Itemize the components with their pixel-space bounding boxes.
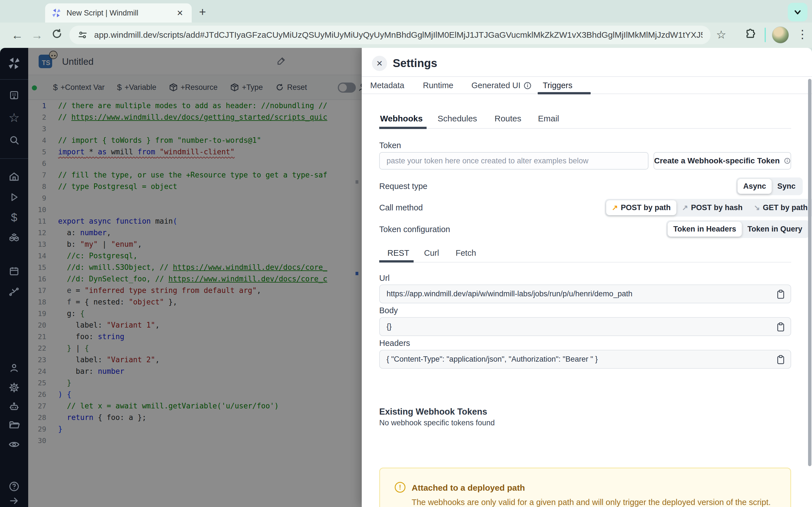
snippet-tab-divider [379, 262, 791, 263]
browser-tab[interactable]: New Script | Windmill ✕ [45, 3, 192, 22]
page-content: ☆ $ [0, 48, 812, 507]
collapse-sidebar-icon[interactable] [9, 496, 19, 506]
reload-button[interactable] [51, 27, 63, 40]
token-input[interactable]: paste your token here once created to al… [379, 152, 649, 170]
copy-clipboard-icon[interactable] [776, 354, 785, 365]
tab-fetch[interactable]: Fetch [456, 248, 476, 258]
warning-title: Attached to a deployed path [412, 483, 525, 493]
schedules-icon[interactable] [9, 266, 19, 277]
tab-title: New Script | Windmill [66, 9, 174, 17]
runs-icon[interactable] [9, 192, 19, 202]
windmill-favicon [51, 8, 61, 18]
active-subtab-underline [379, 127, 426, 129]
toolbar-separator [765, 27, 766, 42]
call-method-label: Call method [379, 203, 423, 212]
webhook-url-field[interactable]: https://app.windmill.dev/api/w/windmill-… [379, 284, 791, 303]
settings-drawer: ✕ Settings Metadata Runtime Generated UI… [362, 48, 812, 507]
tab-close-icon[interactable]: ✕ [174, 8, 186, 18]
url-text[interactable]: app.windmill.dev/scripts/add#JTdCJTIyaGF… [94, 30, 703, 40]
tab-search-button[interactable] [788, 3, 808, 21]
sidebar-divider [0, 158, 28, 159]
subtab-email[interactable]: Email [538, 114, 559, 123]
search-icon[interactable] [9, 135, 19, 145]
new-tab-button[interactable]: + [199, 6, 206, 18]
settings-gear-icon[interactable] [9, 382, 19, 393]
token-in-headers-option[interactable]: Token in Headers [668, 222, 742, 237]
active-snippet-underline [379, 260, 414, 263]
back-button[interactable]: ← [11, 29, 23, 42]
workspace-icon[interactable] [9, 90, 19, 101]
browser-menu-icon[interactable]: ⋮ [797, 27, 808, 41]
subtab-schedules[interactable]: Schedules [438, 114, 477, 123]
info-icon [784, 157, 791, 165]
get-by-path-option[interactable]: ↘ GET by path [748, 200, 812, 215]
call-method-segmented: ↗ POST by path ↗ POST by hash ↘ GET by p… [605, 199, 812, 217]
extensions-icon[interactable] [744, 28, 757, 41]
drawer-backdrop[interactable] [28, 48, 362, 507]
site-settings-icon[interactable] [77, 30, 88, 40]
warning-body: The webhooks are only valid for a given … [412, 498, 771, 507]
tab-rest[interactable]: REST [388, 248, 409, 258]
subtab-webhooks[interactable]: Webhooks [380, 114, 423, 123]
folders-icon[interactable] [8, 420, 20, 431]
tab-generated-ui[interactable]: Generated UI [471, 81, 532, 90]
body-label: Body [379, 306, 398, 315]
post-by-hash-option[interactable]: ↗ POST by hash [676, 200, 748, 215]
chevron-down-icon [793, 7, 802, 17]
url-bar[interactable]: app.windmill.dev/scripts/add#JTdCJTIyaGF… [69, 25, 711, 44]
request-type-segmented: Async Sync [736, 177, 803, 195]
subtab-routes[interactable]: Routes [495, 114, 521, 123]
forward-button[interactable]: → [31, 29, 43, 42]
resources-icon[interactable] [8, 232, 20, 244]
sync-option[interactable]: Sync [772, 179, 801, 194]
url-label: Url [379, 274, 390, 283]
arrow-up-right-icon: ↗ [612, 203, 618, 212]
audit-eye-icon[interactable] [8, 439, 20, 450]
webhook-headers-field[interactable]: { "Content-Type": "application/json", "A… [379, 350, 791, 369]
windmill-logo-icon[interactable] [7, 57, 21, 70]
async-option[interactable]: Async [738, 179, 772, 194]
help-icon[interactable] [8, 481, 20, 492]
favorites-star-icon[interactable]: ☆ [8, 110, 19, 125]
copy-clipboard-icon[interactable] [776, 289, 785, 300]
token-config-segmented: Token in Headers Token in Query [666, 220, 809, 238]
app-sidebar: ☆ $ [0, 48, 28, 507]
app-window: New Script | Windmill ✕ + ← → app.windmi… [0, 0, 812, 507]
sidebar-divider [0, 79, 28, 80]
existing-tokens-empty-text: No webhook specific tokens found [379, 418, 495, 427]
request-type-label: Request type [379, 182, 427, 191]
home-icon[interactable] [9, 171, 19, 182]
warning-icon: ! [395, 482, 405, 493]
profile-avatar[interactable] [772, 26, 789, 43]
tab-triggers[interactable]: Triggers [543, 81, 572, 90]
copy-clipboard-icon[interactable] [776, 322, 785, 332]
deployed-path-warning: ! Attached to a deployed path The webhoo… [379, 467, 791, 507]
bookmark-star-icon[interactable]: ☆ [716, 28, 726, 41]
browser-tab-strip: New Script | Windmill ✕ + [0, 0, 812, 22]
webhook-body-field[interactable]: {} [379, 317, 791, 336]
token-label: Token [379, 141, 401, 150]
tab-curl[interactable]: Curl [424, 248, 439, 258]
user-icon[interactable] [9, 362, 19, 373]
close-drawer-button[interactable]: ✕ [372, 56, 387, 71]
browser-toolbar: ← → app.windmill.dev/scripts/add#JTdCJTI… [0, 22, 812, 48]
headers-label: Headers [379, 339, 410, 348]
drawer-title: Settings [393, 57, 437, 69]
ai-assistant-icon[interactable] [8, 401, 20, 412]
variables-icon[interactable]: $ [11, 211, 17, 224]
arrow-up-right-icon: ↗ [682, 203, 688, 212]
create-webhook-token-button[interactable]: Create a Webhook-specific Token [654, 152, 791, 170]
subtab-divider [379, 128, 791, 129]
token-placeholder: paste your token here once created to al… [387, 157, 589, 165]
token-config-label: Token configuration [379, 225, 450, 234]
routes-icon[interactable] [8, 286, 20, 297]
settings-tabs: Metadata Runtime Generated UI Triggers [362, 76, 812, 94]
info-icon [523, 81, 532, 90]
tab-runtime[interactable]: Runtime [423, 81, 453, 90]
post-by-path-option[interactable]: ↗ POST by path [606, 200, 676, 215]
token-in-query-option[interactable]: Token in Query [742, 222, 808, 237]
drawer-scrollbar[interactable] [808, 79, 811, 466]
arrow-down-right-icon: ↘ [754, 203, 760, 212]
close-icon: ✕ [376, 59, 383, 68]
tab-metadata[interactable]: Metadata [370, 81, 404, 90]
